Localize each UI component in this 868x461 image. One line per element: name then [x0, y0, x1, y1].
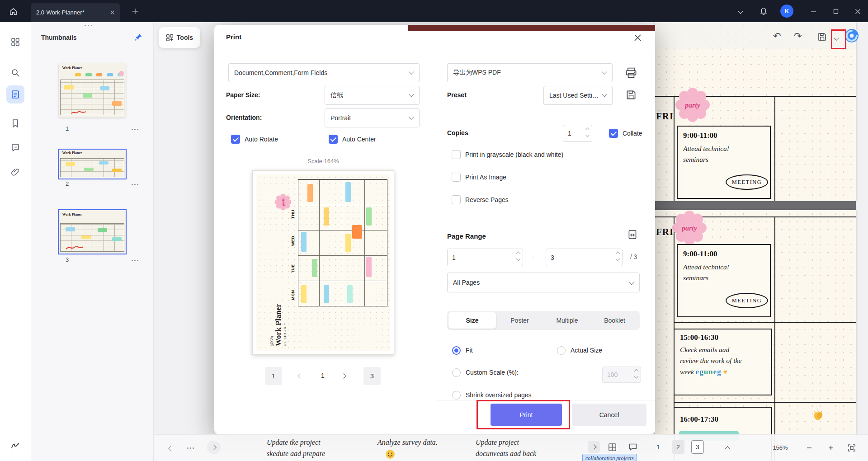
pin-icon[interactable] [134, 33, 142, 41]
paper-size-select[interactable]: 信纸 [325, 86, 420, 105]
grayscale-checkbox[interactable] [452, 150, 461, 159]
scroll-up-button[interactable] [722, 444, 732, 454]
comment-view-button[interactable] [627, 442, 638, 452]
table-border [674, 96, 675, 201]
minimize-button[interactable] [807, 6, 819, 16]
panel-drag-handle[interactable] [85, 25, 92, 26]
reverse-pages-checkbox[interactable] [452, 195, 461, 204]
thumbnails-panel-button[interactable] [6, 85, 24, 103]
zoom-in-button[interactable] [826, 442, 836, 453]
slot-time: 9:00-11:00 [683, 249, 717, 259]
range-to-stepper[interactable] [616, 252, 619, 260]
zoom-level[interactable]: 156% [767, 444, 794, 451]
bookmarks-button[interactable] [6, 114, 24, 132]
save-button[interactable] [817, 32, 827, 43]
planner-title: Work Planer [274, 294, 283, 346]
orientation-value: Portrait [330, 114, 351, 122]
app-assistant-button[interactable] [844, 28, 859, 45]
app-window: { "colors":{"accent_blue":"#4a6af5","pri… [0, 0, 868, 461]
planner-cell-highlight [66, 227, 75, 231]
fit-radio[interactable] [452, 346, 461, 355]
page-thumbnail-1[interactable]: Work Planer [59, 63, 126, 118]
notifications-button[interactable] [758, 5, 769, 17]
page-button-1[interactable]: 1 [652, 440, 665, 454]
planner-cell-highlight [64, 85, 74, 89]
fit-page-button[interactable] [846, 442, 857, 453]
comments-button[interactable] [6, 139, 24, 157]
page-range-icon[interactable] [627, 229, 638, 241]
custom-scale-radio[interactable] [452, 368, 461, 377]
document-tab[interactable]: 2.0-Work-Planner* [31, 3, 120, 22]
printer-select[interactable]: 导出为WPS PDF [447, 63, 613, 82]
preset-select[interactable]: Last Used Setting [543, 86, 613, 105]
page-button-3[interactable]: 3 [691, 440, 704, 454]
thumbnail-artwork: Work Planer [59, 150, 126, 179]
status-bar: Update tke project skedute aad prepare p… [154, 434, 868, 461]
zoom-out-button[interactable] [804, 442, 815, 453]
grid-view-button[interactable] [607, 442, 618, 452]
cancel-button[interactable]: Cancel [572, 404, 646, 426]
search-button[interactable] [6, 64, 24, 82]
document-page-1[interactable]: FRI party 9:00-11:00 Attead technica! se… [655, 22, 856, 201]
preview-first-page-button[interactable]: 1 [265, 367, 282, 385]
thumbnail-menu-button[interactable] [132, 184, 138, 185]
tab-close-icon[interactable] [110, 10, 115, 15]
titlebar: 2.0-Work-Planner* K [0, 0, 868, 22]
home-button[interactable] [7, 5, 19, 17]
chevron-down-icon [409, 69, 414, 74]
preview-prev-button[interactable] [292, 368, 308, 384]
preview-next-button[interactable] [335, 368, 352, 384]
tab-multiple[interactable]: Multiple [543, 312, 591, 329]
document-page-2[interactable]: party FRI 9:00-11:00 Attead technica! se… [655, 210, 856, 461]
more-pages-button[interactable] [187, 447, 194, 449]
pages-mode-select[interactable]: All Pages [447, 273, 640, 292]
page-thumbnail-2[interactable]: Work Planer [59, 150, 126, 179]
orientation-select[interactable]: Portrait [325, 108, 420, 127]
thumbnail-menu-button[interactable] [132, 260, 138, 261]
attachments-button[interactable] [6, 163, 24, 181]
redo-button[interactable]: ↷ [794, 29, 802, 43]
collate-checkbox[interactable] [609, 129, 618, 138]
maximize-button[interactable] [830, 6, 842, 16]
next-page-button[interactable] [207, 441, 221, 454]
close-window-button[interactable] [852, 6, 863, 16]
user-avatar[interactable]: K [780, 5, 793, 18]
page-thumbnail-3[interactable]: Work Planer [59, 210, 126, 254]
minimize-icon [811, 9, 816, 14]
page-button-2[interactable]: 2 [672, 440, 684, 454]
printer-icon[interactable] [625, 66, 637, 79]
planner-cell-highlight [345, 182, 351, 202]
print-preview: (@G9) Work Planer UU HOUR * MON TUE WED … [252, 170, 394, 355]
scale-readout: Scale:164% [252, 158, 394, 165]
thumbnail-menu-button[interactable] [132, 129, 138, 130]
undo-button[interactable]: ↶ [773, 29, 781, 43]
auto-center-checkbox[interactable] [329, 135, 338, 144]
auto-rotate-checkbox[interactable] [231, 135, 240, 144]
signature-button[interactable] [6, 436, 24, 454]
chevron-left-icon [297, 373, 302, 378]
apps-button[interactable] [6, 33, 24, 51]
tab-booklet[interactable]: Booklet [591, 312, 638, 329]
print-as-image-checkbox[interactable] [452, 173, 461, 182]
shrink-pages-radio[interactable] [452, 391, 461, 400]
actual-size-radio[interactable] [557, 346, 566, 355]
preview-last-page-button[interactable]: 3 [363, 367, 381, 385]
custom-scale-stepper[interactable] [635, 370, 638, 378]
dialog-close-icon[interactable] [634, 34, 642, 42]
range-to-input[interactable] [546, 249, 622, 266]
new-tab-button[interactable] [130, 6, 140, 16]
expand-panel-button[interactable] [588, 441, 600, 453]
prev-page-button[interactable] [165, 443, 176, 454]
save-preset-icon[interactable] [626, 89, 637, 100]
print-content-select[interactable]: Document,Comment,Form Fields [228, 63, 420, 82]
range-total: / 3 [630, 253, 637, 260]
slot-text: seminars [683, 274, 708, 282]
tab-size[interactable]: Size [448, 312, 496, 329]
tab-list-button[interactable] [736, 8, 745, 15]
range-from-input[interactable] [448, 249, 523, 266]
copies-stepper[interactable] [586, 128, 589, 136]
table-border [674, 322, 856, 323]
tools-button[interactable]: Tools [159, 27, 200, 48]
range-from-stepper[interactable] [517, 252, 520, 260]
tab-poster[interactable]: Poster [496, 312, 543, 329]
